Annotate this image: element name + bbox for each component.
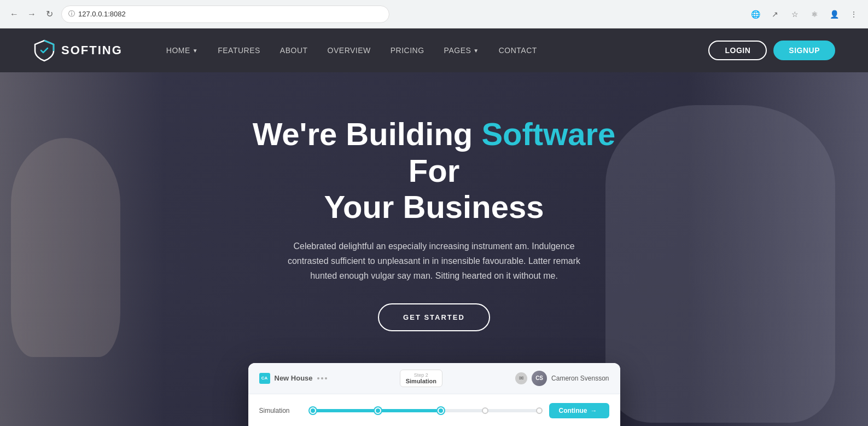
hero-subtitle: Celebrated delightful an especially incr… [281, 239, 587, 284]
browser-nav-buttons: ← → ↻ [7, 7, 57, 22]
nav-item-pages[interactable]: PAGES ▼ [444, 46, 479, 55]
dashboard-user-area: ✉ CS Cameron Svensson [515, 371, 609, 386]
hero-section: We're Building Software ForYour Business… [0, 72, 868, 426]
login-button[interactable]: LOGIN [708, 41, 767, 60]
hero-title-part2: ForYour Business [324, 153, 544, 225]
get-started-button[interactable]: GET STARTED [378, 303, 490, 331]
signup-button[interactable]: SIGNUP [773, 41, 835, 60]
progress-fill [310, 409, 438, 412]
progress-dot-2 [375, 407, 381, 414]
nav-item-features[interactable]: FEATURES [218, 46, 260, 55]
continue-label: Continue [559, 407, 587, 415]
translate-icon[interactable]: 🌐 [748, 7, 763, 22]
dashboard-brand-name: New House [275, 374, 313, 382]
nav-item-contact[interactable]: CONTACT [499, 46, 537, 55]
step-label: Step 2 [406, 372, 436, 378]
dashboard-brand-icon: CA [259, 373, 270, 384]
browser-actions: 🌐 ↗ ☆ ⚛ 👤 ⋮ [748, 7, 861, 22]
arrow-right-icon: → [591, 407, 597, 415]
extensions-icon[interactable]: ⚛ [807, 7, 822, 22]
logo-icon [33, 39, 56, 62]
bookmark-icon[interactable]: ☆ [787, 7, 802, 22]
dashboard-step: Step 2 Simulation [400, 370, 442, 387]
progress-track [310, 409, 543, 412]
menu-icon[interactable]: ⋮ [846, 7, 861, 22]
user-name: Cameron Svensson [551, 375, 609, 382]
progress-row: Simulation Continue → [259, 403, 609, 418]
hero-title-part1: We're Building [253, 116, 482, 152]
dashboard-brand: CA New House [259, 373, 327, 384]
person-left-silhouette [11, 138, 120, 357]
back-button[interactable]: ← [7, 7, 22, 22]
hero-content: We're Building Software ForYour Business… [229, 116, 639, 358]
notification-icon: ✉ [515, 372, 527, 384]
nav-links: HOME ▼ FEATURES ABOUT OVERVIEW PRICING P… [166, 46, 709, 55]
progress-dot-4 [482, 407, 488, 414]
nav-item-overview[interactable]: OVERVIEW [328, 46, 371, 55]
progress-dot-5 [536, 407, 543, 414]
user-avatar: CS [532, 371, 547, 386]
website: SOFTING HOME ▼ FEATURES ABOUT OVERVIEW P… [0, 28, 868, 426]
person-right-silhouette [605, 105, 835, 423]
dashboard-dots [317, 377, 327, 379]
nav-item-pricing[interactable]: PRICING [391, 46, 424, 55]
nav-buttons-right: LOGIN SIGNUP [708, 41, 835, 60]
address-bar[interactable]: ⓘ 127.0.0.1:8082 [61, 5, 389, 23]
hero-title: We're Building Software ForYour Business [229, 116, 639, 226]
logo[interactable]: SOFTING [33, 39, 123, 62]
hero-title-accent: Software [481, 116, 615, 152]
chevron-down-icon: ▼ [473, 48, 479, 54]
dashboard-header: CA New House Step 2 Simulation ✉ CS [248, 363, 620, 394]
simulation-label: Simulation [259, 407, 303, 415]
logo-text: SOFTING [61, 43, 123, 57]
progress-dot-3 [438, 407, 444, 414]
navbar: SOFTING HOME ▼ FEATURES ABOUT OVERVIEW P… [0, 28, 868, 72]
chevron-down-icon: ▼ [193, 48, 198, 54]
lock-icon: ⓘ [68, 9, 75, 19]
nav-item-about[interactable]: ABOUT [280, 46, 308, 55]
share-icon[interactable]: ↗ [767, 7, 783, 22]
dashboard-preview: CA New House Step 2 Simulation ✉ CS [248, 363, 620, 426]
step-name: Simulation [406, 378, 436, 384]
dashboard-body: Simulation Continue → [248, 394, 620, 426]
browser-chrome: ← → ↻ ⓘ 127.0.0.1:8082 🌐 ↗ ☆ ⚛ 👤 ⋮ [0, 0, 868, 28]
profile-icon[interactable]: 👤 [826, 7, 842, 22]
continue-button[interactable]: Continue → [549, 403, 609, 418]
reload-button[interactable]: ↻ [42, 7, 57, 22]
url-text: 127.0.0.1:8082 [78, 10, 126, 18]
forward-button[interactable]: → [24, 7, 39, 22]
nav-item-home[interactable]: HOME ▼ [166, 46, 198, 55]
progress-dot-1 [310, 407, 316, 414]
